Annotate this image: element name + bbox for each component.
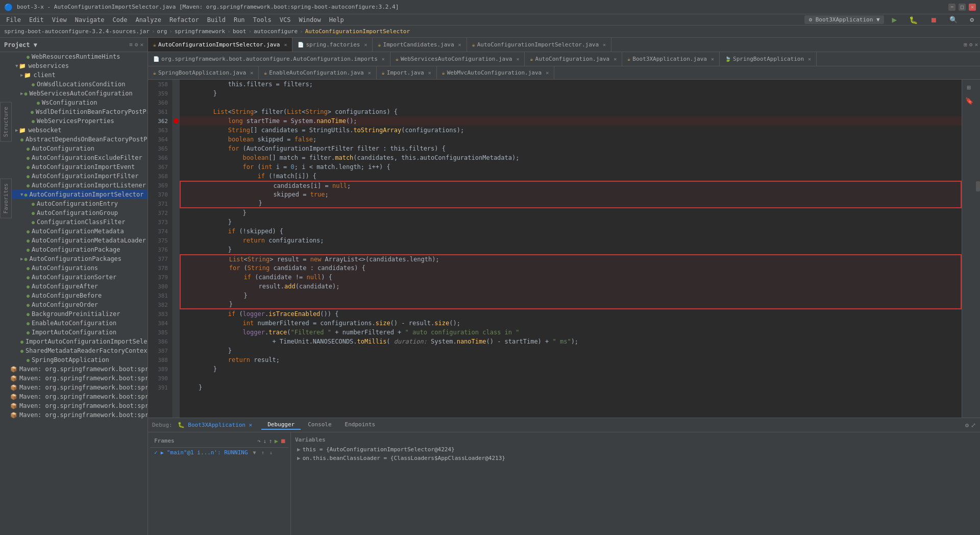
breakpoint-slot[interactable] (173, 144, 180, 153)
debugger-tab[interactable]: Debugger (261, 420, 301, 430)
code-line[interactable]: boolean[] match = filter.match(candidate… (180, 153, 962, 162)
breadcrumb-springframework[interactable]: springframework (175, 28, 225, 35)
tree-item-webservices[interactable]: ▼📁webservices (0, 61, 148, 70)
breakpoint-slot[interactable] (173, 190, 180, 199)
code-line[interactable]: boolean skipped = false; (180, 135, 962, 144)
tree-item-onwsdl[interactable]: ●OnWsdlLocationsCondition (0, 80, 148, 89)
breadcrumb-jar[interactable]: spring-boot-autoconfigure-3.2.4-sources.… (4, 28, 150, 35)
menu-tools[interactable]: Tools (249, 15, 276, 25)
breakpoint-slot[interactable] (173, 98, 180, 107)
stop-debug-icon[interactable]: ⏹ (280, 437, 286, 445)
structure-tab[interactable]: Structure (0, 102, 12, 142)
breakpoint-slot[interactable] (173, 364, 180, 374)
tree-item-autoconfigimportevent[interactable]: ●AutoConfigurationImportEvent (0, 162, 148, 172)
code-line[interactable]: for (AutoConfigurationImportFilter filte… (180, 144, 962, 153)
panel-settings-icon[interactable]: ⚙ (135, 41, 138, 48)
expand-icon[interactable]: ▶ (297, 455, 301, 461)
debug-settings-icon[interactable]: ⚙ (965, 422, 969, 429)
code-line[interactable]: if (!match[i]) { (180, 172, 962, 181)
code-line[interactable]: } (180, 89, 962, 98)
code-line[interactable]: candidates[i] = null; (180, 181, 962, 190)
tab-boot3xapp[interactable]: ☕ Boot3XApplication.java ✕ (622, 52, 720, 66)
breakpoint-slot[interactable] (173, 172, 180, 181)
code-line[interactable]: if (!skipped) { (180, 227, 962, 236)
breakpoint-slot[interactable] (173, 282, 180, 291)
menu-navigate[interactable]: Navigate (71, 15, 109, 25)
minimize-button[interactable]: − (948, 4, 955, 11)
tab-importcandidates[interactable]: ☕ ImportCandidates.java ✕ (373, 38, 467, 52)
breakpoint-slot[interactable] (173, 346, 180, 355)
tree-item-maven4[interactable]: 📦Maven: org.springframework.boot:spring-… (0, 392, 148, 401)
breakpoint-slot[interactable] (173, 309, 180, 319)
down-arrow[interactable]: ↓ (270, 450, 273, 455)
tree-item-autoconfigimportfilter[interactable]: ●AutoConfigurationImportFilter (0, 172, 148, 181)
tree-item-importautoconfig[interactable]: ●ImportAutoConfiguration (0, 328, 148, 337)
tab-webservicesauto[interactable]: ☕ WebServicesAutoConfiguration.java ✕ (390, 52, 525, 66)
breakpoint-slot[interactable] (173, 328, 180, 337)
breakpoint-slot[interactable] (173, 116, 180, 126)
debug-run-button[interactable]: 🐛 (905, 15, 922, 25)
code-line[interactable]: logger.trace("Filtered " + numberFiltere… (180, 328, 962, 337)
breakpoint-slot[interactable] (173, 208, 180, 217)
tree-item-wsconfig[interactable]: ●WsConfiguration (0, 98, 148, 107)
breakpoint-slot[interactable] (173, 291, 180, 300)
panel-collapse-icon[interactable]: ≡ (129, 41, 133, 48)
close-button[interactable]: ✕ (969, 4, 976, 11)
tree-item-wsdldef[interactable]: ●WsdlDefinitionBeanFactoryPostProcessor (0, 107, 148, 116)
breakpoint-slot[interactable] (173, 319, 180, 328)
menu-analyze[interactable]: Analyze (131, 15, 165, 25)
code-line[interactable]: return result; (180, 355, 962, 364)
code-line[interactable]: } (180, 364, 962, 374)
tree-item-webservicesauto[interactable]: ▶●WebServicesAutoConfiguration (0, 89, 148, 98)
step-into-icon[interactable]: ↓ (263, 437, 266, 445)
tree-arrow[interactable]: ▶ (20, 256, 23, 261)
breadcrumb-org[interactable]: org (157, 28, 167, 35)
panel-close-icon[interactable]: ✕ (140, 41, 143, 48)
code-line[interactable]: } (180, 291, 962, 300)
favorites-tab[interactable]: Favorites (0, 179, 12, 218)
tree-item-autoconfigsorter[interactable]: ●AutoConfigurationSorter (0, 273, 148, 282)
breadcrumb-autoconfigure[interactable]: autoconfigure (254, 28, 298, 35)
tree-item-webresources[interactable]: ●WebResourcesRuntimeHints (0, 52, 148, 61)
code-line[interactable]: } (180, 208, 962, 217)
tree-item-autoconfigurebefore[interactable]: ●AutoConfigureBefore (0, 291, 148, 300)
tree-item-autoconfiggroup[interactable]: ●AutoConfigurationGroup (0, 208, 148, 217)
tab-autoconfigimportselector[interactable]: ☕ AutoConfigurationImportSelector.java ✕ (148, 38, 292, 52)
tree-item-autoconfigexclude[interactable]: ●AutoConfigurationExcludeFilter (0, 153, 148, 162)
tree-item-maven5[interactable]: 📦Maven: org.springframework.boot:spring-… (0, 401, 148, 410)
tab-import[interactable]: ☕ Import.java ✕ (377, 66, 437, 80)
breakpoint-slot[interactable] (173, 245, 180, 254)
frame-item[interactable]: ✓ ▶ "main"@1 i...n': RUNNING ▼ ↑ ↓ (150, 448, 288, 457)
tab-autoconfigimportselector2[interactable]: ☕ AutoConfigurationImportSelector.java ✕ (467, 38, 611, 52)
breakpoint-slot[interactable] (173, 227, 180, 236)
editor-settings-icon[interactable]: ⚙ (969, 41, 973, 48)
code-line[interactable]: long startTime = System.nanoTime(); (180, 116, 962, 126)
scroll-overview[interactable] (976, 80, 980, 418)
tree-item-springbootapp[interactable]: ●SpringBootApplication (0, 355, 148, 364)
tree-item-autoconfigimportlistener[interactable]: ●AutoConfigurationImportListener (0, 181, 148, 190)
run-config-selector[interactable]: ⚙ Boot3XApplication ▼ (804, 15, 884, 24)
menu-build[interactable]: Build (203, 15, 230, 25)
breakpoint-slot[interactable] (173, 300, 180, 309)
breakpoint-slot[interactable] (173, 135, 180, 144)
breakpoint-slot[interactable] (173, 273, 180, 282)
recent-files-icon[interactable]: ⊞ (964, 41, 967, 48)
breadcrumb-class[interactable]: AutoConfigurationImportSelector (305, 28, 410, 35)
debug-session-name[interactable]: 🐛 Boot3XApplication ✕ (178, 422, 252, 428)
menu-vcs[interactable]: VCS (276, 15, 295, 25)
menu-code[interactable]: Code (109, 15, 132, 25)
tree-item-abstractdepends[interactable]: ●AbstractDependsOnBeanFactoryPostProcess… (0, 135, 148, 144)
code-line[interactable]: skipped = true; (180, 190, 962, 199)
split-editor-icon[interactable]: ⊞ (964, 82, 975, 93)
tree-arrow[interactable]: ▼ (20, 192, 23, 197)
tree-arrow[interactable]: ▶ (20, 72, 23, 78)
tree-item-maven2[interactable]: 📦Maven: org.springframework.boot:spring-… (0, 374, 148, 383)
var-classloader[interactable]: ▶ on.this.beanClassLoader = {ClassLoader… (293, 454, 978, 463)
tree-item-autoconfigafter[interactable]: ●AutoConfigureAfter (0, 282, 148, 291)
breakpoint-slot[interactable] (173, 126, 180, 135)
code-line[interactable]: if (logger.isTraceEnabled()) { (180, 309, 962, 319)
menu-window[interactable]: Window (295, 15, 325, 25)
tree-item-backgroundpre[interactable]: ●BackgroundPreinitializer (0, 309, 148, 319)
step-over-icon[interactable]: ↷ (257, 437, 261, 445)
up-arrow[interactable]: ↑ (261, 450, 264, 455)
